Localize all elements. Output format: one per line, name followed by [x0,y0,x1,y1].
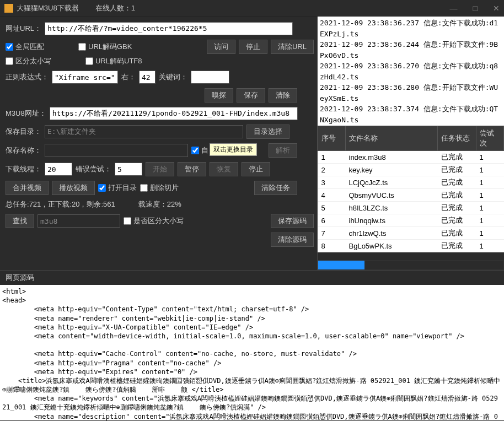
start-button[interactable]: 开始 [146,162,174,176]
app-icon [4,4,13,13]
decode-utf8-checkbox[interactable]: URL解码UTF8 [85,56,142,66]
progress-bar [318,260,504,270]
close-button[interactable]: ✕ [493,4,500,13]
table-row[interactable]: 1index.m3u8已完成1 [318,151,504,164]
left-panel: 网址URL： 全局匹配 URL解码GBK 访问 停止 清除URL 区分太小写 U… [0,17,318,270]
thread-input[interactable] [45,163,72,176]
find-case-checkbox[interactable]: 是否区分大小写 [124,216,184,226]
case-sensitive-checkbox[interactable]: 区分太小写 [6,56,51,66]
window-controls: — □ ✕ [450,4,500,13]
keyword-input[interactable] [191,71,229,84]
auto-checkbox[interactable]: 自 [191,145,208,155]
decode-gbk-checkbox[interactable]: URL解码GBK [78,42,132,52]
savedir-label: 保存目录： [6,127,41,137]
thread-label: 下载线程： [6,164,41,174]
table-row[interactable]: 6ihUnqqiw.ts已完成1 [318,214,504,227]
table-row[interactable]: 8BgLo5wPK.ts已完成1 [318,240,504,252]
table-row[interactable]: 7chr1lzwQ.ts已完成1 [318,227,504,240]
global-match-checkbox[interactable]: 全局匹配 [6,42,44,52]
opendir-checkbox[interactable]: 打开目录 [98,183,137,193]
status-text: 总任务:721，正下载:20，剩余:561 [6,199,115,209]
col-tries[interactable]: 尝试次 [476,126,504,151]
source-label: 网页源码 [0,270,504,285]
m3u8-input[interactable] [50,107,298,120]
keyword-label: 关键词： [159,72,187,82]
regex-label: 正则表达式： [6,72,49,82]
task-table-wrap: 序号 文件名称 任务状态 尝试次 1index.m3u8已完成12key.key… [318,126,504,259]
log-area[interactable]: 2021-12-09 23:38:36.237 信息:文件下载成功:d1EXPz… [318,17,504,126]
minimize-button[interactable]: — [450,4,458,13]
app-title: 大猩猩M3U8下载器 [17,3,79,13]
choose-dir-button[interactable]: 目录选择 [246,125,289,139]
sniff-button[interactable]: 嗅探 [205,88,233,102]
resume-button[interactable]: 恢复 [210,162,238,176]
find-input[interactable] [37,214,120,228]
source-view[interactable]: <html> <head> <meta http-equiv="Content-… [0,285,504,420]
savename-label: 保存名称： [6,145,41,155]
save-regex-button[interactable]: 保存 [237,88,265,102]
task-table[interactable]: 序号 文件名称 任务状态 尝试次 1index.m3u8已完成12key.key… [318,126,504,252]
url-label: 网址URL： [6,24,41,34]
col-status[interactable]: 任务状态 [438,126,476,151]
col-file[interactable]: 文件名称 [346,126,438,151]
regex-input[interactable] [52,71,118,84]
savename-input[interactable] [45,144,188,157]
table-row[interactable]: 2key.key已完成1 [318,164,504,176]
retry-label: 错误尝试： [76,164,111,174]
delslice-checkbox[interactable]: 删除切片 [140,183,179,193]
tooltip: 双击更换目录 [210,143,257,156]
table-row[interactable]: 5h8IL3LZC.ts已完成1 [318,202,504,214]
clear-task-button[interactable]: 清除任务 [254,181,297,195]
online-count: 在线人数：1 [95,3,135,13]
visit-button[interactable]: 访问 [207,40,235,54]
right-panel: 2021-12-09 23:38:36.237 信息:文件下载成功:d1EXPz… [318,17,504,270]
maximize-button[interactable]: □ [473,4,478,13]
table-row[interactable]: 4QbsmyVUC.ts已完成1 [318,189,504,202]
parse-button[interactable]: 解析 [269,143,297,158]
retry-input[interactable] [115,163,142,176]
stop-button[interactable]: 停止 [239,40,267,54]
save-source-button[interactable]: 保存源码 [271,214,314,228]
table-row[interactable]: 3LCjQcJcZ.ts已完成1 [318,176,504,189]
stop-download-button[interactable]: 停止 [242,162,270,176]
col-seq[interactable]: 序号 [318,126,346,151]
regex-right-label: 右： [121,72,136,82]
pause-button[interactable]: 暂停 [178,162,206,176]
clear-url-button[interactable]: 清除URL [271,40,314,54]
m3u8-label: M3U8网址： [6,109,46,118]
speed-text: 载速度：22% [138,199,181,209]
progress-fill [318,261,364,269]
regex-right-input[interactable] [139,71,156,84]
merge-button[interactable]: 合并视频 [6,181,49,195]
title-bar: 大猩猩M3U8下载器 在线人数：1 — □ ✕ [0,0,504,17]
clear-source-button[interactable]: 清除源码 [271,233,314,247]
play-button[interactable]: 播放视频 [52,181,95,195]
savedir-input[interactable] [45,125,243,138]
url-input[interactable] [45,22,293,35]
find-button[interactable]: 查找 [6,214,34,228]
clear-regex-button[interactable]: 清除 [269,88,297,102]
